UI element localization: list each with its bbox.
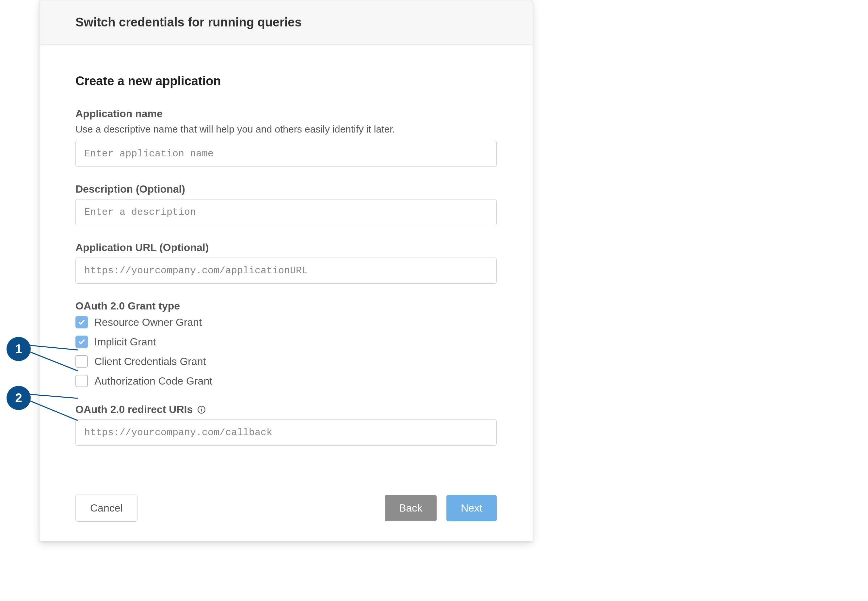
grant-option-implicit[interactable]: Implicit Grant — [75, 336, 497, 348]
callout-badge-2: 2 — [6, 386, 31, 410]
application-name-field: Application name Use a descriptive name … — [75, 108, 497, 167]
callout-badge-1: 1 — [6, 337, 31, 361]
checkbox-unchecked-icon — [75, 375, 88, 387]
section-title: Create a new application — [75, 74, 497, 88]
application-name-input[interactable] — [75, 141, 497, 167]
checkbox-checked-icon — [75, 316, 88, 328]
grant-option-label: Resource Owner Grant — [95, 316, 202, 328]
description-input[interactable] — [75, 199, 497, 225]
application-name-help: Use a descriptive name that will help yo… — [75, 124, 497, 135]
next-button[interactable]: Next — [446, 495, 497, 521]
grant-type-field: OAuth 2.0 Grant type Resource Owner Gran… — [75, 300, 497, 387]
back-button[interactable]: Back — [385, 495, 437, 521]
svg-point-2 — [201, 407, 202, 408]
description-label: Description (Optional) — [75, 183, 497, 195]
grant-type-label: OAuth 2.0 Grant type — [75, 300, 497, 312]
redirect-uris-input[interactable] — [75, 419, 497, 445]
info-icon[interactable] — [197, 406, 206, 414]
grant-option-client-credentials[interactable]: Client Credentials Grant — [75, 355, 497, 368]
application-name-label: Application name — [75, 108, 497, 120]
grant-option-label: Authorization Code Grant — [95, 375, 212, 387]
credentials-dialog: Switch credentials for running queries C… — [39, 0, 533, 542]
grant-option-label: Implicit Grant — [95, 336, 156, 348]
grant-option-authorization-code[interactable]: Authorization Code Grant — [75, 375, 497, 387]
checkbox-checked-icon — [75, 336, 88, 348]
redirect-uris-field: OAuth 2.0 redirect URIs — [75, 404, 497, 445]
dialog-header: Switch credentials for running queries — [40, 0, 533, 45]
dialog-title: Switch credentials for running queries — [75, 15, 497, 29]
grant-option-resource-owner[interactable]: Resource Owner Grant — [75, 316, 497, 328]
redirect-uris-label: OAuth 2.0 redirect URIs — [75, 404, 497, 416]
dialog-body: Create a new application Application nam… — [40, 45, 533, 475]
description-field: Description (Optional) — [75, 183, 497, 225]
checkbox-unchecked-icon — [75, 355, 88, 368]
cancel-button[interactable]: Cancel — [75, 494, 138, 522]
application-url-input[interactable] — [75, 258, 497, 284]
application-url-label: Application URL (Optional) — [75, 242, 497, 254]
redirect-uris-label-text: OAuth 2.0 redirect URIs — [75, 404, 193, 416]
dialog-footer: Cancel Back Next — [40, 475, 533, 541]
footer-right-buttons: Back Next — [385, 495, 497, 521]
grant-option-label: Client Credentials Grant — [95, 355, 206, 368]
application-url-field: Application URL (Optional) — [75, 242, 497, 284]
